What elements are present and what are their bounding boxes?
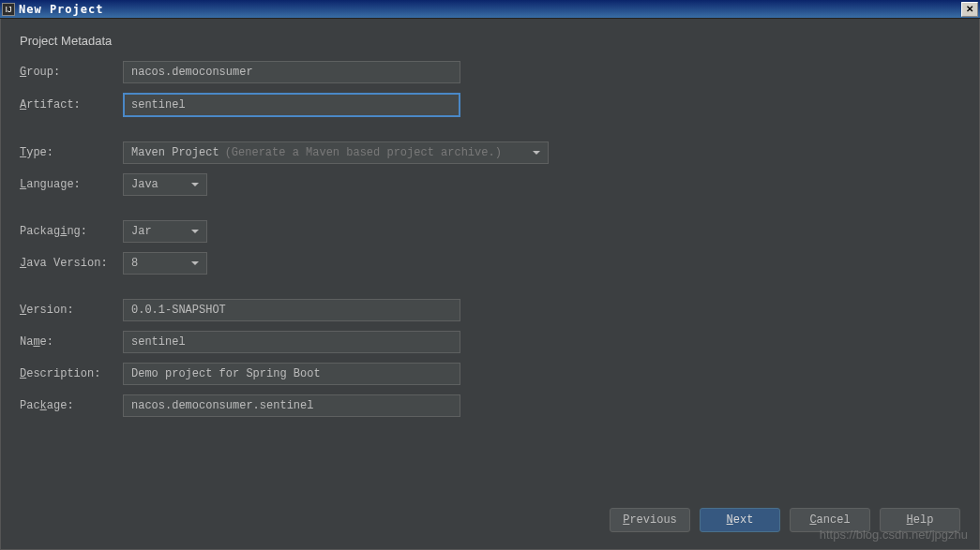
label-name: Name:	[20, 335, 123, 349]
chevron-down-icon	[191, 230, 199, 233]
help-button[interactable]: Help	[880, 508, 960, 532]
titlebar: IJ New Project ✕	[0, 0, 980, 19]
label-description: Description:	[20, 367, 123, 380]
label-type: Type:	[20, 146, 123, 159]
language-value: Java	[131, 178, 158, 191]
row-language: Language: Java	[20, 173, 960, 196]
type-select[interactable]: Maven Project(Generate a Maven based pro…	[123, 141, 549, 164]
description-input[interactable]	[123, 363, 460, 385]
package-input[interactable]	[123, 394, 460, 417]
language-select[interactable]: Java	[123, 173, 207, 196]
name-input[interactable]	[123, 331, 460, 353]
label-artifact: Artifact:	[20, 98, 123, 111]
packaging-select[interactable]: Jar	[123, 220, 207, 243]
version-input[interactable]	[123, 299, 460, 321]
button-bar: Previous Next Cancel Help	[610, 508, 960, 532]
group-input[interactable]	[123, 61, 460, 83]
dialog-content: Project Metadata Group: Artifact: Type: …	[0, 19, 980, 550]
cancel-button[interactable]: Cancel	[790, 508, 870, 532]
type-value: Maven Project	[131, 146, 219, 159]
row-artifact: Artifact:	[20, 93, 960, 117]
label-package: Package:	[20, 399, 123, 412]
label-packaging: Packaging:	[20, 225, 123, 238]
row-type: Type: Maven Project(Generate a Maven bas…	[20, 141, 960, 164]
row-version: Version:	[20, 299, 960, 321]
row-description: Description:	[20, 363, 960, 385]
chevron-down-icon	[191, 183, 199, 186]
row-package: Package:	[20, 394, 960, 417]
java-version-select[interactable]: 8	[123, 252, 207, 275]
next-button[interactable]: Next	[700, 508, 780, 532]
chevron-down-icon	[533, 151, 540, 155]
label-version: Version:	[20, 304, 123, 317]
row-packaging: Packaging: Jar	[20, 220, 960, 243]
section-title: Project Metadata	[20, 34, 960, 48]
window-title: New Project	[19, 3, 959, 16]
row-java-version: Java Version: 8	[20, 252, 960, 275]
previous-button[interactable]: Previous	[610, 508, 690, 532]
label-language: Language:	[20, 178, 123, 191]
app-icon: IJ	[2, 3, 15, 16]
artifact-input[interactable]	[123, 93, 460, 117]
row-group: Group:	[20, 61, 960, 83]
packaging-value: Jar	[131, 225, 152, 238]
chevron-down-icon	[191, 261, 199, 265]
label-group: Group:	[20, 66, 123, 79]
java-version-value: 8	[131, 257, 138, 270]
row-name: Name:	[20, 331, 960, 353]
close-button[interactable]: ✕	[961, 2, 978, 17]
type-hint: (Generate a Maven based project archive.…	[225, 146, 502, 159]
label-java-version: Java Version:	[20, 257, 123, 270]
